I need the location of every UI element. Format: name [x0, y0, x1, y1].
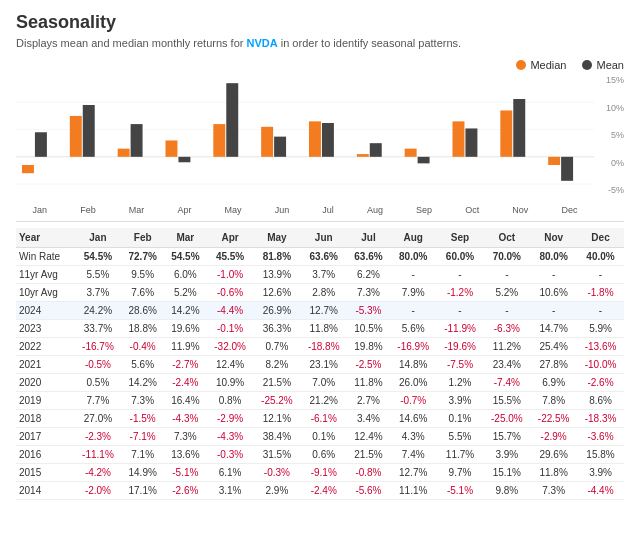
- cell-value: 6.9%: [530, 374, 577, 392]
- cell-value: 14.6%: [390, 410, 437, 428]
- cell-value: -25.0%: [483, 410, 530, 428]
- median-dot: [516, 60, 526, 70]
- cell-value: 11.9%: [164, 338, 207, 356]
- cell-value: 14.2%: [164, 302, 207, 320]
- svg-rect-26: [548, 157, 560, 165]
- cell-value: 12.7%: [390, 464, 437, 482]
- cell-value: -18.3%: [577, 410, 624, 428]
- cell-value: 7.3%: [530, 482, 577, 500]
- cell-value: -: [437, 302, 484, 320]
- chart-area: 15% 10% 5% 0% -5% Jan Feb Mar Apr May Ju…: [16, 75, 624, 215]
- svg-rect-23: [465, 128, 477, 156]
- cell-value: 15.7%: [483, 428, 530, 446]
- cell-value: -1.2%: [437, 284, 484, 302]
- svg-rect-27: [561, 157, 573, 181]
- cell-value: -25.2%: [254, 392, 301, 410]
- cell-value: 54.5%: [164, 248, 207, 266]
- cell-value: -4.3%: [207, 428, 254, 446]
- cell-value: -4.4%: [577, 482, 624, 500]
- cell-value: 7.7%: [75, 392, 122, 410]
- cell-value: -2.6%: [577, 374, 624, 392]
- cell-value: -: [390, 302, 437, 320]
- cell-value: 27.8%: [530, 356, 577, 374]
- row-label: 2019: [16, 392, 75, 410]
- svg-rect-5: [35, 132, 47, 157]
- cell-value: 12.7%: [300, 302, 347, 320]
- svg-rect-18: [357, 154, 369, 157]
- cell-value: -1.0%: [207, 266, 254, 284]
- cell-value: -5.1%: [164, 464, 207, 482]
- col-aug: Aug: [390, 228, 437, 248]
- cell-value: -5.1%: [437, 482, 484, 500]
- chart-legend: Median Mean: [16, 59, 624, 71]
- col-sep: Sep: [437, 228, 484, 248]
- cell-value: 5.2%: [483, 284, 530, 302]
- cell-value: 5.5%: [75, 266, 122, 284]
- table-row: 11yr Avg5.5%9.5%6.0%-1.0%13.9%3.7%6.2%--…: [16, 266, 624, 284]
- table-row: 2022-16.7%-0.4%11.9%-32.0%0.7%-18.8%19.8…: [16, 338, 624, 356]
- table-row: 2021-0.5%5.6%-2.7%12.4%8.2%23.1%-2.5%14.…: [16, 356, 624, 374]
- cell-value: 0.1%: [437, 410, 484, 428]
- cell-value: 2.7%: [347, 392, 390, 410]
- cell-value: -11.1%: [75, 446, 122, 464]
- cell-value: -7.5%: [437, 356, 484, 374]
- cell-value: -: [483, 266, 530, 284]
- cell-value: -: [530, 266, 577, 284]
- cell-value: -3.6%: [577, 428, 624, 446]
- row-label: 2017: [16, 428, 75, 446]
- svg-rect-16: [309, 121, 321, 156]
- cell-value: 0.6%: [300, 446, 347, 464]
- cell-value: 10.5%: [347, 320, 390, 338]
- cell-value: -5.3%: [347, 302, 390, 320]
- cell-value: -: [530, 302, 577, 320]
- cell-value: 11.1%: [390, 482, 437, 500]
- cell-value: -10.0%: [577, 356, 624, 374]
- cell-value: -: [390, 266, 437, 284]
- legend-median-label: Median: [530, 59, 566, 71]
- table-row: 2015-4.2%14.9%-5.1%6.1%-0.3%-9.1%-0.8%12…: [16, 464, 624, 482]
- cell-value: 60.0%: [437, 248, 484, 266]
- col-mar: Mar: [164, 228, 207, 248]
- cell-value: 10.9%: [207, 374, 254, 392]
- cell-value: -2.7%: [164, 356, 207, 374]
- col-feb: Feb: [121, 228, 164, 248]
- cell-value: -2.5%: [347, 356, 390, 374]
- cell-value: 11.8%: [347, 374, 390, 392]
- cell-value: 3.7%: [300, 266, 347, 284]
- cell-value: -4.4%: [207, 302, 254, 320]
- cell-value: 15.8%: [577, 446, 624, 464]
- cell-value: 40.0%: [577, 248, 624, 266]
- cell-value: 26.0%: [390, 374, 437, 392]
- row-label: 2022: [16, 338, 75, 356]
- seasonality-table: Year Jan Feb Mar Apr May Jun Jul Aug Sep…: [16, 228, 624, 500]
- cell-value: -13.6%: [577, 338, 624, 356]
- cell-value: 15.5%: [483, 392, 530, 410]
- svg-rect-14: [261, 127, 273, 157]
- cell-value: -6.1%: [300, 410, 347, 428]
- cell-value: 26.9%: [254, 302, 301, 320]
- cell-value: -7.4%: [483, 374, 530, 392]
- cell-value: -2.9%: [530, 428, 577, 446]
- cell-value: 16.4%: [164, 392, 207, 410]
- cell-value: 6.1%: [207, 464, 254, 482]
- row-label: 2023: [16, 320, 75, 338]
- row-label: 11yr Avg: [16, 266, 75, 284]
- svg-rect-7: [83, 105, 95, 157]
- cell-value: 15.1%: [483, 464, 530, 482]
- cell-value: 8.6%: [577, 392, 624, 410]
- cell-value: 5.6%: [121, 356, 164, 374]
- col-jul: Jul: [347, 228, 390, 248]
- row-label: Win Rate: [16, 248, 75, 266]
- cell-value: 29.6%: [530, 446, 577, 464]
- cell-value: 0.8%: [207, 392, 254, 410]
- cell-value: 3.9%: [483, 446, 530, 464]
- cell-value: 24.2%: [75, 302, 122, 320]
- cell-value: 5.5%: [437, 428, 484, 446]
- cell-value: 11.2%: [483, 338, 530, 356]
- cell-value: 2.8%: [300, 284, 347, 302]
- table-row: 202424.2%28.6%14.2%-4.4%26.9%12.7%-5.3%-…: [16, 302, 624, 320]
- table-row: 202333.7%18.8%19.6%-0.1%36.3%11.8%10.5%5…: [16, 320, 624, 338]
- cell-value: -16.7%: [75, 338, 122, 356]
- cell-value: -: [483, 302, 530, 320]
- cell-value: 3.4%: [347, 410, 390, 428]
